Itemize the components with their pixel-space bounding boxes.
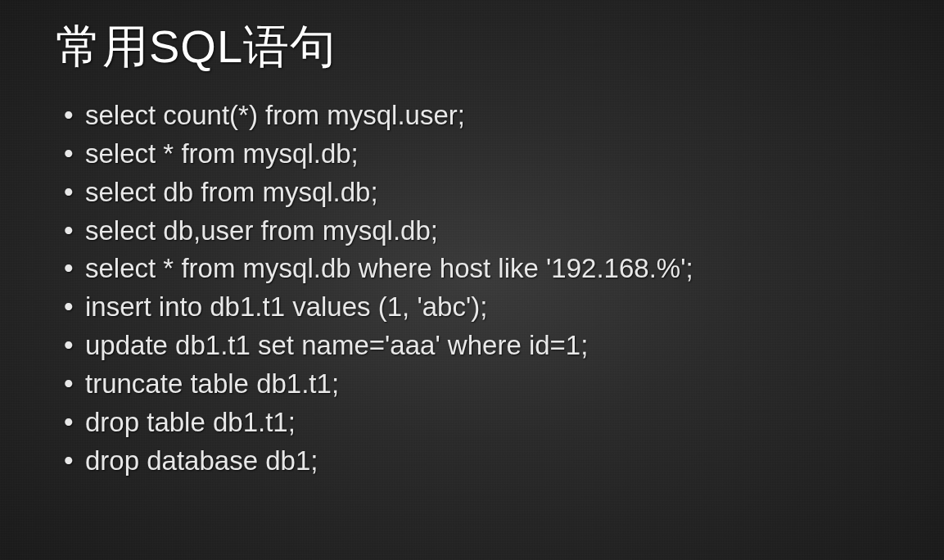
list-item: select db,user from mysql.db; (62, 212, 895, 251)
list-item: truncate table db1.t1; (62, 365, 895, 404)
slide-container: 常用SQL语句 select count(*) from mysql.user;… (0, 0, 944, 513)
list-item: insert into db1.t1 values (1, 'abc'); (62, 288, 895, 327)
list-item: drop database db1; (62, 442, 895, 481)
bullet-list: select count(*) from mysql.user; select … (56, 97, 895, 481)
slide-title: 常用SQL语句 (56, 16, 895, 79)
list-item: select db from mysql.db; (62, 174, 895, 212)
list-item: select * from mysql.db where host like '… (62, 250, 895, 288)
list-item: select * from mysql.db; (62, 135, 895, 174)
list-item: update db1.t1 set name='aaa' where id=1; (62, 327, 895, 365)
list-item: select count(*) from mysql.user; (62, 97, 895, 135)
list-item: drop table db1.t1; (62, 404, 895, 442)
